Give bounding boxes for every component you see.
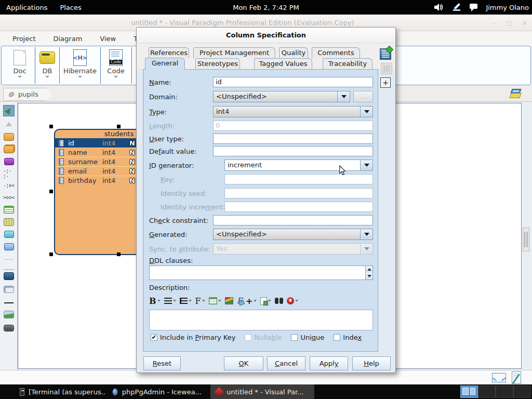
list-button[interactable] <box>180 298 192 304</box>
line-tool[interactable] <box>3 297 15 309</box>
workspace-4[interactable] <box>513 385 531 398</box>
places-menu[interactable]: Places <box>54 0 87 15</box>
insert-doc-button[interactable] <box>260 297 271 305</box>
add-button[interactable]: + <box>380 77 391 88</box>
name-input[interactable]: id <box>213 77 373 87</box>
generated-combobox[interactable]: <Unspecified> <box>213 229 373 240</box>
camera-tool[interactable] <box>3 322 15 334</box>
callout-tool[interactable] <box>3 229 15 240</box>
tab-traceability[interactable]: Traceability <box>323 58 373 69</box>
clear-format-button[interactable]: F <box>237 296 242 305</box>
workspace-3[interactable] <box>496 385 513 398</box>
reset-button[interactable]: Reset <box>143 356 181 370</box>
folder-tool[interactable] <box>3 270 15 282</box>
db-toolbar-button[interactable]: DB <box>36 47 59 84</box>
index-checkbox[interactable]: Index <box>334 334 362 341</box>
stylus-icon[interactable] <box>451 2 462 12</box>
subdiagram-tool[interactable] <box>3 284 15 295</box>
grid-tool[interactable] <box>3 216 15 228</box>
pointer-tool[interactable] <box>3 105 15 116</box>
align-button[interactable] <box>164 298 176 304</box>
note-tool[interactable] <box>3 241 15 252</box>
dialog-title[interactable]: Column Specification <box>137 28 395 43</box>
entity-stack-tool[interactable] <box>3 143 15 155</box>
workspace-2[interactable] <box>478 385 496 398</box>
task-phppgadmin[interactable]: phpPgAdmin - Icewea... <box>108 384 206 399</box>
find-button[interactable] <box>275 298 283 304</box>
selection-handle[interactable] <box>49 252 53 256</box>
image-tool[interactable] <box>3 309 15 320</box>
unique-checkbox[interactable]: Unique <box>291 334 324 341</box>
insert-table-button[interactable] <box>209 297 221 304</box>
font-button[interactable]: F <box>195 296 205 306</box>
ddl-clauses-textarea[interactable] <box>149 265 373 280</box>
bold-button[interactable]: B <box>149 296 161 306</box>
apply-button[interactable]: Apply <box>310 356 348 370</box>
dropdown-arrow-icon[interactable] <box>337 91 350 102</box>
mail-icon[interactable] <box>492 373 506 382</box>
spinner-up-button[interactable] <box>366 266 373 273</box>
insert-image-button[interactable] <box>225 297 233 304</box>
note-icon <box>4 243 14 250</box>
tab-general[interactable]: General <box>145 58 185 70</box>
tab-project-management[interactable]: Project Management <box>193 47 275 58</box>
close-button[interactable]: ✕ <box>520 18 530 28</box>
id-generator-combobox[interactable]: increment <box>224 159 373 171</box>
record-voice-button[interactable] <box>287 297 298 304</box>
dropdown-arrow-icon[interactable] <box>360 229 373 240</box>
panel-grip[interactable] <box>523 228 529 251</box>
selection-handle[interactable] <box>49 125 53 128</box>
menu-project[interactable]: Project <box>7 33 41 45</box>
tab-stereotypes[interactable]: Stereotypes <box>195 58 240 69</box>
tab-references[interactable]: References <box>149 47 189 58</box>
diagram-overview-button[interactable] <box>510 88 523 100</box>
menu-diagram[interactable]: Diagram <box>48 33 87 45</box>
minimize-button[interactable]: – <box>488 18 499 28</box>
relationship-tool[interactable]: -¦-¦- <box>3 168 15 179</box>
dropdown-arrow-icon[interactable] <box>360 107 373 117</box>
dropdown-arrow-icon[interactable] <box>360 160 373 170</box>
task-label: phpPgAdmin - Icewea... <box>122 388 202 396</box>
sequence-tool[interactable] <box>3 204 15 215</box>
default-value-input[interactable] <box>213 146 373 156</box>
many-to-many-tool[interactable]: >oo< <box>3 192 15 203</box>
maximize-button[interactable]: ◻ <box>504 18 514 28</box>
view-tool[interactable] <box>3 156 15 167</box>
hibernate-toolbar-button[interactable]: <H> Hibernate <box>60 47 100 84</box>
include-in-primary-key-checkbox[interactable]: ✔ Include in Primary Key <box>151 334 235 341</box>
tab-tagged-values[interactable]: Tagged Values <box>254 58 312 69</box>
cancel-button[interactable]: Cancel <box>267 356 305 370</box>
transit-to-model-icon[interactable] <box>380 48 391 60</box>
task-visual-paradigm[interactable]: untitled * - Visual Par... <box>210 384 314 399</box>
workspace-1[interactable] <box>460 385 478 398</box>
selection-handle[interactable] <box>49 190 53 193</box>
tab-quality[interactable]: Quality <box>279 47 308 58</box>
dropdown-arrow-icon <box>360 244 373 254</box>
selection-handle[interactable] <box>117 252 121 256</box>
tab-comments[interactable]: Comments <box>312 47 360 58</box>
user-name[interactable]: Jimmy Olano <box>486 4 529 11</box>
nullable-checkbox: Nullable <box>245 334 282 341</box>
identity-seed-input <box>224 188 373 198</box>
chat-bubble-icon[interactable] <box>469 3 478 12</box>
entity-tool[interactable] <box>3 131 15 142</box>
type-combobox[interactable]: int4 <box>213 106 373 117</box>
applications-menu[interactable]: Applications <box>0 0 54 15</box>
user-type-input[interactable] <box>213 134 373 144</box>
spinner-down-button[interactable] <box>366 273 373 280</box>
menu-view[interactable]: View <box>95 33 121 45</box>
domain-combobox[interactable]: <Unspecified> <box>213 91 350 102</box>
check-constraint-input[interactable] <box>213 215 373 225</box>
insert-plus-button[interactable]: + <box>246 296 257 306</box>
help-button[interactable]: Help <box>352 356 391 370</box>
edit-document-icon[interactable] <box>512 371 521 384</box>
one-to-many-tool[interactable]: -¦o< <box>3 180 15 191</box>
description-textarea[interactable] <box>149 310 373 330</box>
speaker-icon[interactable] <box>434 3 444 12</box>
doc-toolbar-button[interactable]: Doc <box>6 47 34 84</box>
selection-handle[interactable] <box>117 125 121 128</box>
task-terminal[interactable]: [Terminal (as superus... <box>16 384 105 399</box>
diagram-tab-pupils[interactable]: pupils <box>3 88 53 101</box>
code-toolbar-button[interactable]: Code Code <box>101 47 130 84</box>
ok-button[interactable]: OK <box>224 356 263 370</box>
